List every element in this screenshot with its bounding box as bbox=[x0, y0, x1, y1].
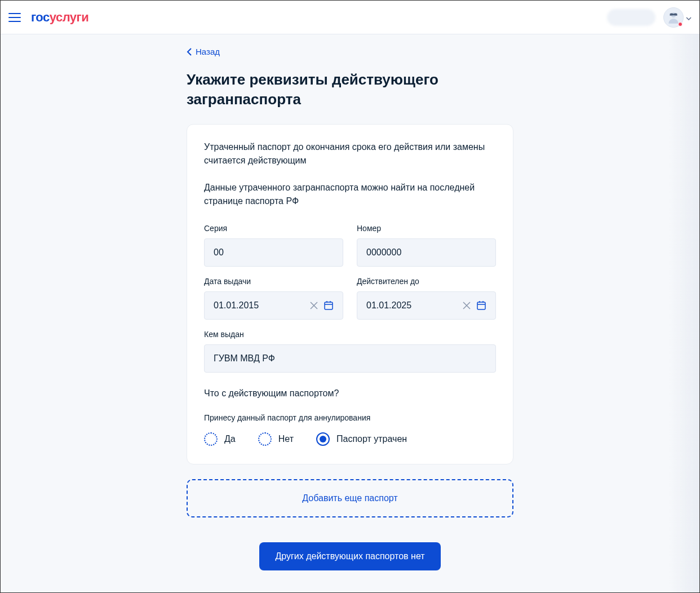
radio-no-label: Нет bbox=[278, 434, 294, 444]
radio-icon bbox=[258, 432, 272, 446]
radio-icon-selected bbox=[316, 432, 330, 446]
expiry-date-label: Действителен до bbox=[357, 277, 496, 286]
page-body: Назад Укажите реквизиты действующего заг… bbox=[1, 34, 699, 592]
info-text-1: Утраченный паспорт до окончания срока ег… bbox=[204, 140, 496, 167]
number-group: Номер 0000000 bbox=[357, 224, 496, 267]
add-passport-button[interactable]: Добавить еще паспорт bbox=[187, 479, 513, 517]
blurred-chip bbox=[607, 9, 655, 26]
radio-dot bbox=[320, 436, 326, 442]
radio-icon bbox=[204, 432, 218, 446]
number-label: Номер bbox=[357, 224, 496, 233]
menu-icon[interactable] bbox=[8, 13, 21, 22]
avatar bbox=[663, 7, 684, 28]
issued-by-group: Кем выдан ГУВМ МВД РФ bbox=[204, 330, 496, 373]
expiry-date-input[interactable]: 01.01.2025 bbox=[357, 291, 496, 320]
back-link[interactable]: Назад bbox=[187, 47, 220, 56]
number-value: 0000000 bbox=[366, 247, 401, 258]
svg-rect-1 bbox=[325, 302, 333, 309]
clear-icon[interactable] bbox=[463, 302, 471, 309]
series-group: Серия 00 bbox=[204, 224, 343, 267]
add-passport-label: Добавить еще паспорт bbox=[302, 493, 397, 503]
issue-date-label: Дата выдачи bbox=[204, 277, 343, 286]
no-other-passports-label: Других действующих паспортов нет bbox=[275, 551, 424, 561]
no-other-passports-button[interactable]: Других действующих паспортов нет bbox=[259, 542, 440, 570]
notification-dot bbox=[678, 22, 683, 26]
logo[interactable]: госуслуги bbox=[31, 10, 88, 25]
status-question: Что с действующим паспортом? bbox=[204, 388, 496, 399]
radio-lost-label: Паспорт утрачен bbox=[336, 434, 407, 444]
chevron-down-icon bbox=[686, 12, 692, 23]
header-left: госуслуги bbox=[8, 10, 88, 25]
content-container: Назад Укажите реквизиты действующего заг… bbox=[187, 47, 513, 570]
issued-by-value: ГУВМ МВД РФ bbox=[214, 353, 275, 364]
page-title: Укажите реквизиты действующего загранпас… bbox=[187, 70, 513, 109]
header: госуслуги bbox=[1, 1, 699, 34]
header-right bbox=[607, 7, 692, 28]
series-input[interactable]: 00 bbox=[204, 238, 343, 267]
info-text-2: Данные утраченного загранпаспорта можно … bbox=[204, 181, 496, 208]
svg-rect-5 bbox=[477, 302, 485, 309]
expiry-date-value: 01.01.2025 bbox=[366, 300, 463, 311]
issued-by-input[interactable]: ГУВМ МВД РФ bbox=[204, 344, 496, 373]
series-label: Серия bbox=[204, 224, 343, 233]
calendar-icon[interactable] bbox=[476, 300, 486, 311]
logo-part2: услуги bbox=[50, 10, 89, 24]
logo-part1: гос bbox=[31, 10, 50, 24]
series-value: 00 bbox=[214, 247, 224, 258]
user-menu[interactable] bbox=[663, 7, 692, 28]
passport-card: Утраченный паспорт до окончания срока ег… bbox=[187, 124, 513, 464]
radio-group: Да Нет Паспорт утрачен bbox=[204, 432, 496, 446]
issue-date-input[interactable]: 01.01.2015 bbox=[204, 291, 343, 320]
radio-lost[interactable]: Паспорт утрачен bbox=[316, 432, 407, 446]
status-sublabel: Принесу данный паспорт для аннулирования bbox=[204, 413, 496, 422]
number-input[interactable]: 0000000 bbox=[357, 238, 496, 267]
radio-yes-label: Да bbox=[224, 434, 236, 444]
chevron-left-icon bbox=[187, 48, 192, 56]
issued-by-label: Кем выдан bbox=[204, 330, 496, 339]
radio-no[interactable]: Нет bbox=[258, 432, 294, 446]
issue-date-group: Дата выдачи 01.01.2015 bbox=[204, 277, 343, 320]
radio-yes[interactable]: Да bbox=[204, 432, 236, 446]
issue-date-value: 01.01.2015 bbox=[214, 300, 310, 311]
calendar-icon[interactable] bbox=[324, 300, 334, 311]
expiry-date-group: Действителен до 01.01.2025 bbox=[357, 277, 496, 320]
back-label: Назад bbox=[196, 47, 220, 56]
clear-icon[interactable] bbox=[310, 302, 318, 309]
